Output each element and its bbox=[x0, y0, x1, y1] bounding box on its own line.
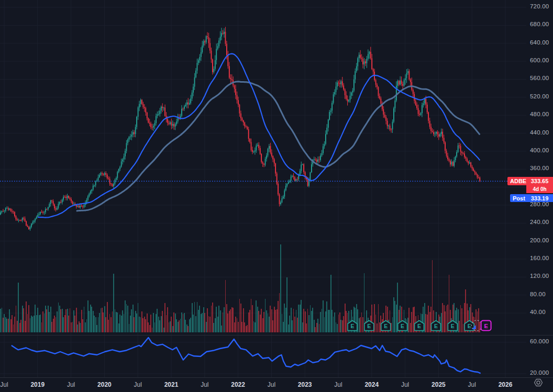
chart-canvas[interactable]: EEEEEEEEE bbox=[0, 0, 553, 392]
gear-hex bbox=[535, 379, 543, 386]
svg-text:E: E bbox=[367, 323, 371, 329]
time-tick-label: 2019 bbox=[25, 381, 50, 388]
price-tick-label: 40.00 bbox=[530, 309, 546, 315]
time-tick-label: 2025 bbox=[426, 381, 451, 388]
time-tick-label: Jul bbox=[59, 381, 84, 388]
price-tick-label: 80.00 bbox=[530, 291, 546, 297]
tradingview-chart: EEEEEEEEE 720.00680.00640.00600.00560.00… bbox=[0, 0, 553, 392]
indicator-line bbox=[12, 338, 481, 373]
time-tick-label: Jul bbox=[192, 381, 217, 388]
svg-text:E: E bbox=[434, 323, 438, 329]
svg-text:E: E bbox=[401, 323, 404, 329]
price-tick-label: 400.00 bbox=[530, 147, 549, 153]
price-tick-label: 200.00 bbox=[530, 237, 549, 243]
time-tick-label: Jul bbox=[0, 381, 17, 388]
time-tick-label: 2021 bbox=[159, 381, 184, 388]
svg-text:E: E bbox=[484, 323, 488, 329]
symbol-price-tag[interactable]: ADBE bbox=[507, 177, 529, 185]
time-tick-label: 2020 bbox=[92, 381, 117, 388]
earnings-countdown-badge[interactable]: 4d 0h bbox=[526, 185, 553, 193]
price-tick-label: 480.00 bbox=[530, 111, 549, 117]
time-axis[interactable]: Jul2019Jul2020Jul2021Jul2022Jul2023Jul20… bbox=[0, 378, 553, 392]
svg-text:E: E bbox=[384, 323, 388, 329]
price-tick-label: 240.00 bbox=[530, 219, 549, 225]
price-tick-label: 720.00 bbox=[530, 3, 549, 9]
gear-hole bbox=[537, 381, 540, 384]
price-tick-label: 520.00 bbox=[530, 93, 549, 99]
indicator-tick-label: 20.000 bbox=[530, 369, 549, 376]
svg-text:E: E bbox=[417, 323, 421, 329]
settings-gear-icon[interactable] bbox=[534, 378, 543, 387]
ma-fast-line bbox=[38, 54, 480, 218]
price-tick-label: 600.00 bbox=[530, 57, 549, 63]
time-tick-label: Jul bbox=[259, 381, 284, 388]
price-tick-label: 560.00 bbox=[530, 75, 549, 81]
time-tick-label: 2023 bbox=[292, 381, 317, 388]
price-tick-label: 680.00 bbox=[530, 21, 549, 27]
price-tick-label: 120.00 bbox=[530, 273, 549, 279]
last-price-badge[interactable]: 333.65 bbox=[526, 177, 553, 185]
time-tick-label: Jul bbox=[125, 381, 150, 388]
earnings-markers: EEEEEEEEE bbox=[348, 320, 491, 331]
candles bbox=[0, 27, 480, 231]
time-tick-label: 2022 bbox=[226, 381, 251, 388]
svg-text:E: E bbox=[451, 323, 455, 329]
svg-text:E: E bbox=[350, 323, 354, 329]
indicator-tick-label: 60.000 bbox=[530, 338, 549, 344]
time-tick-label: 2024 bbox=[359, 381, 384, 388]
price-tick-label: 160.00 bbox=[530, 255, 549, 261]
volume-bars bbox=[0, 244, 480, 332]
post-market-price-badge[interactable]: 333.19 bbox=[526, 194, 553, 202]
time-tick-label: Jul bbox=[393, 381, 418, 388]
post-market-tag[interactable]: Post bbox=[510, 194, 528, 202]
time-tick-label: 2026 bbox=[493, 381, 518, 388]
price-tick-label: 360.00 bbox=[530, 165, 549, 171]
time-tick-label: Jul bbox=[459, 381, 484, 388]
time-tick-label: Jul bbox=[326, 381, 351, 388]
svg-text:E: E bbox=[468, 323, 471, 329]
price-tick-label: 640.00 bbox=[530, 39, 549, 46]
price-tick-label: 440.00 bbox=[530, 129, 549, 136]
